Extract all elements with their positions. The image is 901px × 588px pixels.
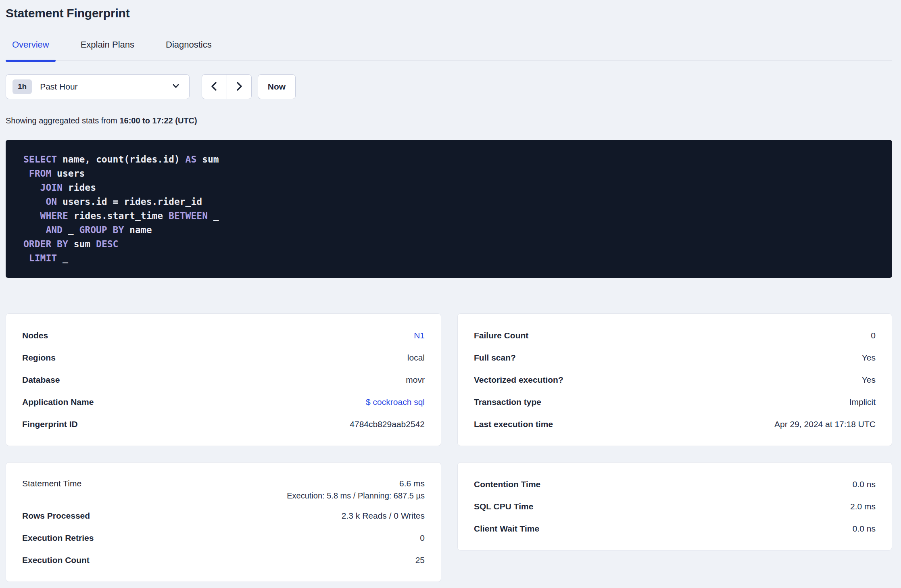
table-row: Client Wait Time 0.0 ns xyxy=(474,517,876,540)
tab-explain-plans[interactable]: Explain Plans xyxy=(74,40,141,60)
table-row: SQL CPU Time 2.0 ms xyxy=(474,495,876,517)
row-label: SQL CPU Time xyxy=(474,502,533,511)
row-value: 0.0 ns xyxy=(853,480,876,489)
page-title: Statement Fingerprint xyxy=(6,6,892,20)
row-label: Failure Count xyxy=(474,331,528,340)
table-row: Vectorized execution? Yes xyxy=(474,369,876,391)
row-label: Fingerprint ID xyxy=(22,419,78,429)
fingerprint-id-value: 4784cb829aab2542 xyxy=(350,419,425,429)
time-range-dropdown[interactable]: 1h Past Hour xyxy=(6,74,190,99)
row-value: 2.0 ms xyxy=(850,502,876,511)
row-value: Implicit xyxy=(849,397,876,407)
table-row: Nodes N1 xyxy=(22,324,425,346)
table-row: Statement Time 6.6 ms Execution: 5.8 ms … xyxy=(22,473,425,505)
row-subvalue: Execution: 5.8 ms / Planning: 687.5 µs xyxy=(287,491,425,500)
table-row: Full scan? Yes xyxy=(474,346,876,369)
row-value: 25 xyxy=(415,555,425,565)
execution-attributes-card: Failure Count 0 Full scan? Yes Vectorize… xyxy=(457,313,892,446)
previous-interval-button[interactable] xyxy=(202,75,227,99)
nodes-link[interactable]: N1 xyxy=(414,331,425,340)
sql-line: LIMIT _ xyxy=(23,251,874,265)
sql-line: SELECT name, count(rides.id) AS sum xyxy=(23,152,874,167)
next-interval-button[interactable] xyxy=(227,75,252,99)
sql-line: JOIN rides xyxy=(23,181,874,195)
table-row: Rows Processed 2.3 k Reads / 0 Writes xyxy=(22,505,425,527)
sql-line: FROM users xyxy=(23,167,874,181)
sql-line: AND _ GROUP BY name xyxy=(23,223,874,237)
tab-overview[interactable]: Overview xyxy=(6,40,56,60)
row-label: Full scan? xyxy=(474,353,516,363)
table-row: Contention Time 0.0 ns xyxy=(474,473,876,495)
table-row: Fingerprint ID 4784cb829aab2542 xyxy=(22,413,425,435)
statement-summary-card: Nodes N1 Regions local Database movr App… xyxy=(6,313,441,446)
row-label: Statement Time xyxy=(22,479,81,488)
table-row: Application Name $ cockroach sql xyxy=(22,391,425,413)
row-label: Execution Retries xyxy=(22,533,94,543)
summary-cards-grid: Nodes N1 Regions local Database movr App… xyxy=(6,313,892,582)
row-value: Yes xyxy=(862,353,876,363)
row-value: 2.3 k Reads / 0 Writes xyxy=(342,511,425,521)
row-label: Execution Count xyxy=(22,555,90,565)
stats-caption-range: 16:00 to 17:22 (UTC) xyxy=(119,116,197,125)
row-value: movr xyxy=(406,375,425,385)
table-row: Transaction type Implicit xyxy=(474,391,876,413)
table-row: Failure Count 0 xyxy=(474,324,876,346)
sql-statement-block: SELECT name, count(rides.id) AS sum FROM… xyxy=(6,140,892,278)
chevron-right-icon xyxy=(234,81,245,93)
row-value: Yes xyxy=(862,375,876,385)
table-row: Execution Retries 0 xyxy=(22,527,425,549)
time-range-label: Past Hour xyxy=(40,82,171,92)
row-label: Regions xyxy=(22,353,56,363)
last-execution-time-value: Apr 29, 2024 at 17:18 UTC xyxy=(774,419,876,429)
row-label: Last execution time xyxy=(474,419,553,429)
statement-timing-card: Statement Time 6.6 ms Execution: 5.8 ms … xyxy=(6,462,441,582)
row-label: Nodes xyxy=(22,331,48,340)
table-row: Database movr xyxy=(22,369,425,391)
row-value: 0 xyxy=(871,331,876,340)
row-value: 0.0 ns xyxy=(853,524,876,534)
time-controls: 1h Past Hour Now xyxy=(6,74,892,99)
row-label: Contention Time xyxy=(474,480,540,489)
row-label: Application Name xyxy=(22,397,94,407)
chevron-down-icon xyxy=(171,81,180,92)
now-button[interactable]: Now xyxy=(258,74,296,99)
sql-line: ORDER BY sum DESC xyxy=(23,237,874,251)
row-label: Client Wait Time xyxy=(474,524,539,534)
wait-times-card: Contention Time 0.0 ns SQL CPU Time 2.0 … xyxy=(457,462,892,550)
time-step-buttons xyxy=(202,74,252,99)
application-name-link[interactable]: $ cockroach sql xyxy=(366,397,425,407)
row-label: Rows Processed xyxy=(22,511,90,521)
aggregated-stats-caption: Showing aggregated stats from 16:00 to 1… xyxy=(6,116,892,125)
row-value: 0 xyxy=(420,533,425,543)
chevron-left-icon xyxy=(209,81,220,93)
sql-line: ON users.id = rides.rider_id xyxy=(23,195,874,209)
stats-caption-prefix: Showing aggregated stats from xyxy=(6,116,119,125)
table-row: Execution Count 25 xyxy=(22,549,425,571)
tab-diagnostics[interactable]: Diagnostics xyxy=(159,40,218,60)
statement-fingerprint-page: Statement Fingerprint Overview Explain P… xyxy=(0,6,901,582)
tab-bar: Overview Explain Plans Diagnostics xyxy=(6,40,892,61)
row-label: Database xyxy=(22,375,60,385)
row-value: local xyxy=(407,353,425,363)
time-range-badge: 1h xyxy=(13,79,32,94)
row-label: Vectorized execution? xyxy=(474,375,563,385)
table-row: Last execution time Apr 29, 2024 at 17:1… xyxy=(474,413,876,435)
row-label: Transaction type xyxy=(474,397,541,407)
row-value: 6.6 ms xyxy=(287,479,425,488)
sql-line: WHERE rides.start_time BETWEEN _ xyxy=(23,209,874,223)
table-row: Regions local xyxy=(22,346,425,369)
